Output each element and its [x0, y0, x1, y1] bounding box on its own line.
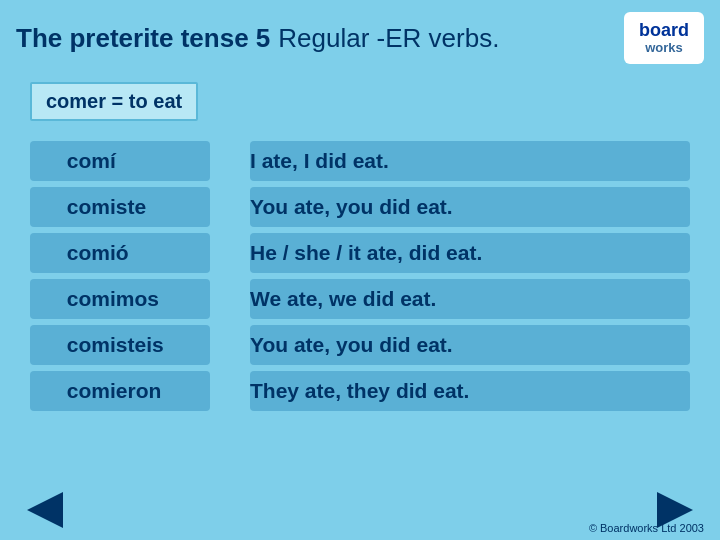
spacer: [210, 233, 250, 273]
left-arrow-icon: [27, 492, 63, 528]
boardworks-logo: board works: [624, 12, 704, 64]
table-row: com í I ate, I did eat.: [30, 141, 690, 181]
stem-cell: com: [30, 371, 110, 411]
translation-cell: I ate, I did eat.: [250, 141, 690, 181]
stem-cell: com: [30, 233, 110, 273]
logo-works-text: works: [645, 41, 683, 55]
ending-cell: imos: [110, 279, 210, 319]
table-row: com ieron They ate, they did eat.: [30, 371, 690, 411]
stem-cell: com: [30, 325, 110, 365]
stem-cell: com: [30, 187, 110, 227]
translation-cell: We ate, we did eat.: [250, 279, 690, 319]
page-subtitle: Regular -ER verbs.: [278, 23, 499, 54]
translation-cell: You ate, you did eat.: [250, 187, 690, 227]
header-left: The preterite tense 5 Regular -ER verbs.: [16, 23, 499, 54]
spacer: [210, 187, 250, 227]
spacer: [210, 325, 250, 365]
stem-cell: com: [30, 279, 110, 319]
header: The preterite tense 5 Regular -ER verbs.…: [0, 0, 720, 72]
ending-cell: ió: [110, 233, 210, 273]
table-row: com isteis You ate, you did eat.: [30, 325, 690, 365]
spacer: [210, 141, 250, 181]
prev-button[interactable]: [20, 492, 70, 528]
copyright-text: © Boardworks Ltd 2003: [589, 522, 704, 534]
spacer: [210, 279, 250, 319]
page-title: The preterite tense 5: [16, 23, 270, 54]
ending-cell: isteis: [110, 325, 210, 365]
table-row: com ió He / she / it ate, did eat.: [30, 233, 690, 273]
table-row: com imos We ate, we did eat.: [30, 279, 690, 319]
table-row: com iste You ate, you did eat.: [30, 187, 690, 227]
translation-cell: He / she / it ate, did eat.: [250, 233, 690, 273]
logo-board-text: board: [639, 21, 689, 41]
spacer: [210, 371, 250, 411]
conjugation-table: com í I ate, I did eat. com iste You ate…: [30, 135, 690, 417]
translation-cell: You ate, you did eat.: [250, 325, 690, 365]
stem-cell: com: [30, 141, 110, 181]
verb-label: comer = to eat: [30, 82, 198, 121]
ending-cell: ieron: [110, 371, 210, 411]
ending-cell: iste: [110, 187, 210, 227]
content-area: comer = to eat com í I ate, I did eat. c…: [0, 72, 720, 427]
ending-cell: í: [110, 141, 210, 181]
translation-cell: They ate, they did eat.: [250, 371, 690, 411]
